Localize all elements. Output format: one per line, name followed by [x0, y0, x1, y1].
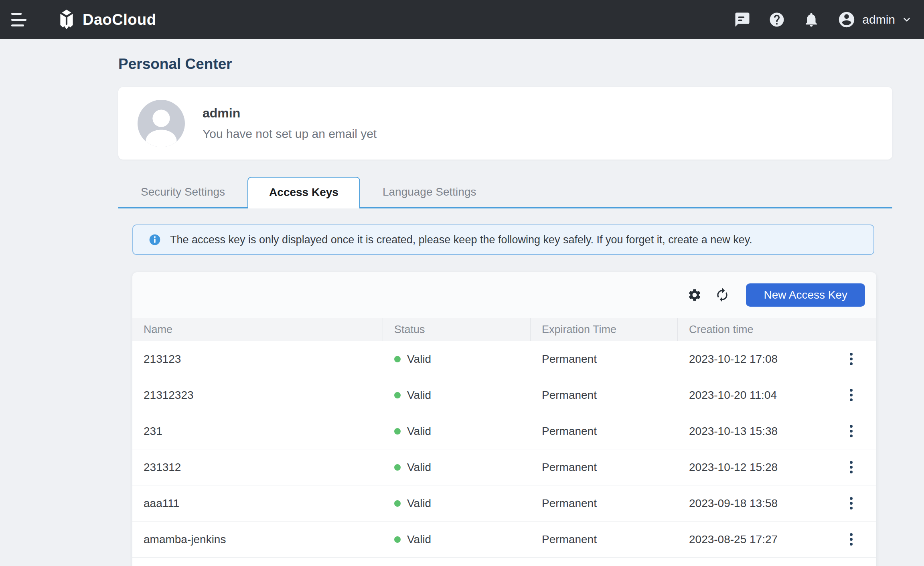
- status-dot-icon: [394, 500, 401, 507]
- cell-expiration: Permanent: [531, 533, 678, 546]
- cell-expiration: Permanent: [531, 461, 678, 474]
- table-body: 213123 Valid Permanent 2023-10-12 17:08 …: [132, 341, 876, 558]
- cell-name: 231312: [132, 461, 383, 474]
- hamburger-menu-icon[interactable]: [11, 13, 27, 26]
- daocloud-logo-icon: [56, 9, 77, 30]
- expiration-value: Permanent: [542, 353, 597, 366]
- row-actions-kebab-icon[interactable]: [844, 530, 858, 549]
- cell-created: 2023-09-18 13:58: [678, 497, 826, 510]
- cell-created: 2023-10-13 15:38: [678, 425, 826, 438]
- cell-name: amamba-jenkins: [132, 533, 383, 546]
- created-value: 2023-10-13 15:38: [689, 425, 778, 438]
- user-menu[interactable]: admin: [837, 10, 912, 29]
- status-dot-icon: [394, 428, 401, 435]
- info-icon: [148, 233, 161, 246]
- refresh-icon[interactable]: [715, 287, 730, 303]
- daocloud-brand[interactable]: DaoCloud: [56, 9, 156, 30]
- cell-status: Valid: [383, 533, 531, 546]
- cell-created: 2023-10-12 15:28: [678, 461, 826, 474]
- cell-name: 231: [132, 425, 383, 438]
- status-label: Valid: [407, 461, 431, 474]
- table-row: 21312323 Valid Permanent 2023-10-20 11:0…: [132, 377, 876, 413]
- cell-expiration: Permanent: [531, 497, 678, 510]
- page-title: Personal Center: [118, 55, 924, 73]
- cell-name: 21312323: [132, 389, 383, 402]
- status-label: Valid: [407, 533, 431, 546]
- status-dot-icon: [394, 392, 401, 398]
- created-value: 2023-10-20 11:04: [689, 389, 777, 402]
- expiration-value: Permanent: [542, 461, 597, 474]
- cell-expiration: Permanent: [531, 353, 678, 366]
- access-keys-table-card: New Access Key Name Status Expiration Ti…: [132, 272, 876, 566]
- navbar-actions: admin: [734, 10, 912, 29]
- created-value: 2023-10-12 15:28: [689, 461, 778, 474]
- status-dot-icon: [394, 536, 401, 543]
- main-content: Personal Center admin You have not set u…: [0, 55, 924, 566]
- messages-icon[interactable]: [734, 11, 751, 28]
- created-value: 2023-08-25 17:27: [689, 533, 778, 546]
- username-label: admin: [862, 13, 895, 26]
- profile-text: admin You have not set up an email yet: [203, 106, 377, 141]
- table-row: 213123 Valid Permanent 2023-10-12 17:08: [132, 341, 876, 377]
- table-row: aaa111 Valid Permanent 2023-09-18 13:58: [132, 485, 876, 522]
- status-label: Valid: [407, 353, 431, 366]
- access-key-name: aaa111: [144, 497, 179, 510]
- profile-email-notice: You have not set up an email yet: [203, 127, 377, 141]
- status-label: Valid: [407, 389, 431, 402]
- tab-bar: Security Settings Access Keys Language S…: [118, 177, 892, 208]
- cell-name: 213123: [132, 353, 383, 366]
- profile-avatar: [138, 100, 185, 147]
- table-partial-row: [132, 558, 876, 566]
- column-header-expiration: Expiration Time: [531, 318, 678, 341]
- profile-card: admin You have not set up an email yet: [118, 87, 892, 160]
- cell-status: Valid: [383, 497, 531, 510]
- info-banner: The access key is only displayed once it…: [132, 224, 874, 255]
- table-row: 231 Valid Permanent 2023-10-13 15:38: [132, 413, 876, 449]
- access-key-name: 231312: [144, 461, 181, 474]
- column-header-actions: [826, 318, 876, 341]
- notifications-bell-icon[interactable]: [803, 11, 820, 28]
- row-actions-kebab-icon[interactable]: [844, 422, 858, 441]
- access-key-name: 231: [144, 425, 162, 438]
- expiration-value: Permanent: [542, 497, 597, 510]
- row-actions-kebab-icon[interactable]: [844, 386, 858, 404]
- expiration-value: Permanent: [542, 389, 597, 402]
- tab-security-settings[interactable]: Security Settings: [118, 177, 247, 207]
- cell-status: Valid: [383, 353, 531, 366]
- column-header-name: Name: [132, 318, 383, 341]
- settings-gear-icon[interactable]: [687, 288, 702, 302]
- status-label: Valid: [407, 497, 431, 510]
- created-value: 2023-09-18 13:58: [689, 497, 778, 510]
- cell-expiration: Permanent: [531, 425, 678, 438]
- chevron-down-icon: [902, 14, 912, 25]
- help-icon[interactable]: [768, 11, 785, 28]
- status-dot-icon: [394, 356, 401, 362]
- row-actions-kebab-icon[interactable]: [844, 350, 858, 368]
- cell-expiration: Permanent: [531, 389, 678, 402]
- cell-status: Valid: [383, 389, 531, 402]
- tab-language-settings[interactable]: Language Settings: [360, 177, 499, 207]
- cell-created: 2023-10-12 17:08: [678, 353, 826, 366]
- row-actions-kebab-icon[interactable]: [844, 458, 858, 477]
- table-header: Name Status Expiration Time Creation tim…: [132, 318, 876, 341]
- table-toolbar: New Access Key: [132, 272, 876, 318]
- status-label: Valid: [407, 425, 431, 438]
- cell-status: Valid: [383, 461, 531, 474]
- access-key-name: 21312323: [144, 389, 194, 402]
- access-key-name: amamba-jenkins: [144, 533, 226, 546]
- status-dot-icon: [394, 464, 401, 471]
- created-value: 2023-10-12 17:08: [689, 353, 778, 366]
- tab-access-keys[interactable]: Access Keys: [247, 177, 360, 208]
- column-header-status: Status: [383, 318, 531, 341]
- table-row: 231312 Valid Permanent 2023-10-12 15:28: [132, 449, 876, 485]
- brand-name: DaoCloud: [83, 11, 156, 28]
- table-row: amamba-jenkins Valid Permanent 2023-08-2…: [132, 522, 876, 558]
- info-banner-text: The access key is only displayed once it…: [170, 234, 752, 246]
- new-access-key-button[interactable]: New Access Key: [746, 283, 865, 307]
- row-actions-kebab-icon[interactable]: [844, 494, 858, 513]
- top-navbar: DaoCloud admin: [0, 0, 924, 39]
- expiration-value: Permanent: [542, 533, 597, 546]
- profile-name: admin: [203, 106, 377, 121]
- expiration-value: Permanent: [542, 425, 597, 438]
- user-avatar-icon: [837, 10, 856, 29]
